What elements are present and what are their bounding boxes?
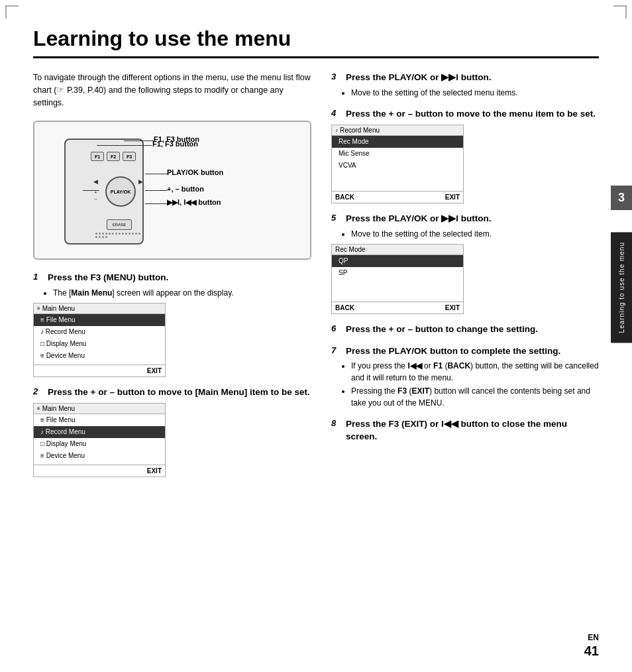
- step-7-bullet-1: If you press the I◀◀ or F1 (BACK) button…: [351, 360, 599, 384]
- menu-1-icon: ≡: [37, 306, 40, 311]
- menu-1-item-1: ♪ Record Menu: [34, 326, 165, 338]
- menu-1-footer-exit: EXIT: [147, 367, 162, 374]
- device-inner: F1 F2 F3 ◀ PLAY/OK ▶ +– ERASE: [44, 132, 300, 249]
- content-columns: To navigate through the different option…: [33, 72, 599, 486]
- menu-2-footer: EXIT: [34, 465, 165, 476]
- menu-1-item-0-icon: ≡: [40, 316, 46, 323]
- step-3-bullets: Move to the setting of the selected menu…: [331, 87, 599, 99]
- function-buttons-row: F1 F2 F3: [91, 152, 136, 161]
- step-2-header: 2 Press the + or – button to move to [Ma…: [33, 386, 311, 399]
- step-8: 8 Press the F3 (EXIT) or I◀◀ button to c…: [331, 418, 599, 443]
- step-7-header: 7 Press the PLAY/OK button to complete t…: [331, 345, 599, 358]
- callout-f1f3-text: F1, F3 button: [152, 140, 198, 148]
- step-6: 6 Press the + or – button to change the …: [331, 323, 599, 336]
- step-1: 1 Press the F3 (MENU) button. The [Main …: [33, 272, 311, 377]
- menu-1-item-0: ≡ File Menu: [34, 314, 165, 326]
- menu-2-footer-exit: EXIT: [147, 467, 162, 475]
- erase-button: ERASE: [107, 219, 132, 230]
- chapter-tab: Learning to use the menu: [611, 232, 632, 343]
- step-1-title: Press the F3 (MENU) button.: [48, 272, 168, 284]
- menu-4-icon: ♪: [335, 127, 338, 133]
- menu-5-title-bar: Rec Mode: [332, 245, 463, 255]
- menu-2-title: Main Menu: [42, 405, 75, 412]
- playok-button: PLAY/OK: [105, 176, 136, 207]
- right-column: 3 Press the PLAY/OK or ▶▶I button. Move …: [331, 72, 599, 486]
- plus-minus-label: +–: [94, 190, 97, 201]
- step-1-menu: ≡ Main Menu ≡ File Menu ♪ Record Menu □ …: [33, 303, 166, 377]
- corner-mark-tl: [5, 5, 19, 19]
- step-8-header: 8 Press the F3 (EXIT) or I◀◀ button to c…: [331, 418, 599, 443]
- menu-4-item-1: Mic Sense: [332, 148, 463, 160]
- step-4-title: Press the + or – button to move to the m…: [346, 108, 596, 121]
- menu-2-item-2: □ Display Menu: [34, 438, 165, 450]
- left-column: To navigate through the different option…: [33, 72, 311, 486]
- menu-2-item-1: ♪ Record Menu: [34, 426, 165, 438]
- f2-button: F2: [107, 152, 120, 161]
- menu-4-title: Record Menu: [340, 127, 380, 134]
- corner-mark-tr: [613, 5, 627, 19]
- step-7: 7 Press the PLAY/OK button to complete t…: [331, 345, 599, 410]
- step-8-num: 8: [331, 418, 342, 428]
- step-3: 3 Press the PLAY/OK or ▶▶I button. Move …: [331, 72, 599, 99]
- en-label: EN: [588, 633, 599, 642]
- callout-plusminus-text: +, – button: [167, 185, 204, 193]
- step-1-bullets: The [Main Menu] screen will appear on th…: [33, 287, 311, 299]
- step-1-num: 1: [33, 272, 44, 282]
- step-5-bullet-1: Move to the setting of the selected item…: [351, 228, 599, 240]
- step-2-num: 2: [33, 386, 44, 396]
- step-4-header: 4 Press the + or – button to move to the…: [331, 108, 599, 121]
- menu-1-item-3-icon: ≡: [40, 352, 46, 359]
- step-7-bullet-2: Pressing the F3 (EXIT) button will cance…: [351, 385, 599, 409]
- step-6-header: 6 Press the + or – button to change the …: [331, 323, 599, 336]
- step-6-num: 6: [331, 323, 342, 333]
- step-3-num: 3: [331, 72, 342, 82]
- step-4: 4 Press the + or – button to move to the…: [331, 108, 599, 203]
- menu-4-footer-exit: EXIT: [445, 194, 460, 201]
- f3-button: F3: [123, 152, 136, 161]
- menu-1-item-2: □ Display Menu: [34, 338, 165, 350]
- menu-4-title-bar: ♪ Record Menu: [332, 125, 463, 136]
- menu-5-title: Rec Mode: [335, 246, 366, 253]
- menu-1-item-2-icon: □: [40, 340, 46, 347]
- menu-5-footer-back: BACK: [335, 304, 354, 311]
- device-illustration: F1 F2 F3 ◀ PLAY/OK ▶ +– ERASE: [33, 121, 311, 260]
- page-title: Learning to use the menu: [33, 27, 599, 58]
- step-1-bullet-1: The [Main Menu] screen will appear on th…: [53, 287, 311, 299]
- callout-playok-text: PLAY/OK button: [167, 168, 223, 176]
- menu-5-footer-exit: EXIT: [445, 304, 460, 311]
- left-arrow: ◀: [93, 178, 98, 185]
- menu-1-title: Main Menu: [42, 305, 75, 312]
- intro-text: To navigate through the different option…: [33, 72, 311, 109]
- step-8-title: Press the F3 (EXIT) or I◀◀ button to clo…: [346, 418, 599, 443]
- step-5-num: 5: [331, 213, 342, 223]
- step-5-menu: Rec Mode QP SP BACK EXIT: [331, 244, 464, 314]
- step-3-header: 3 Press the PLAY/OK or ▶▶I button.: [331, 72, 599, 84]
- menu-2-title-bar: ≡ Main Menu: [34, 404, 165, 414]
- menu-4-item-2: VCVA: [332, 160, 463, 172]
- menu-4-footer: BACK EXIT: [332, 191, 463, 203]
- step-1-header: 1 Press the F3 (MENU) button.: [33, 272, 311, 284]
- page-container: Learning to use the menu To navigate thr…: [0, 0, 632, 672]
- step-5-bullets: Move to the setting of the selected item…: [331, 228, 599, 240]
- step-5-title: Press the PLAY/OK or ▶▶I button.: [346, 213, 492, 225]
- step-3-title: Press the PLAY/OK or ▶▶I button.: [346, 72, 492, 84]
- step-4-menu: ♪ Record Menu Rec Mode Mic Sense VCVA BA…: [331, 125, 464, 203]
- step-2-title: Press the + or – button to move to [Main…: [48, 386, 310, 399]
- menu-4-item-0: Rec Mode: [332, 136, 463, 148]
- page-number: 41: [584, 644, 599, 659]
- step-7-bullets: If you press the I◀◀ or F1 (BACK) button…: [331, 360, 599, 409]
- menu-4-footer-back: BACK: [335, 194, 354, 201]
- step-5-header: 5 Press the PLAY/OK or ▶▶I button.: [331, 213, 599, 225]
- device-body: F1 F2 F3 ◀ PLAY/OK ▶ +– ERASE: [64, 139, 144, 245]
- step-2-menu: ≡ Main Menu ≡ File Menu ♪ Record Menu □ …: [33, 403, 166, 477]
- speaker-area: [95, 233, 143, 241]
- step-5: 5 Press the PLAY/OK or ▶▶I button. Move …: [331, 213, 599, 314]
- step-2: 2 Press the + or – button to move to [Ma…: [33, 386, 311, 477]
- step-7-num: 7: [331, 345, 342, 355]
- step-3-bullet-1: Move to the setting of the selected menu…: [351, 87, 599, 99]
- step-7-title: Press the PLAY/OK button to complete the…: [346, 345, 560, 358]
- menu-1-item-1-icon: ♪: [40, 328, 46, 335]
- menu-2-icon: ≡: [37, 406, 40, 412]
- menu-5-item-1: SP: [332, 267, 463, 279]
- menu-5-footer: BACK EXIT: [332, 302, 463, 313]
